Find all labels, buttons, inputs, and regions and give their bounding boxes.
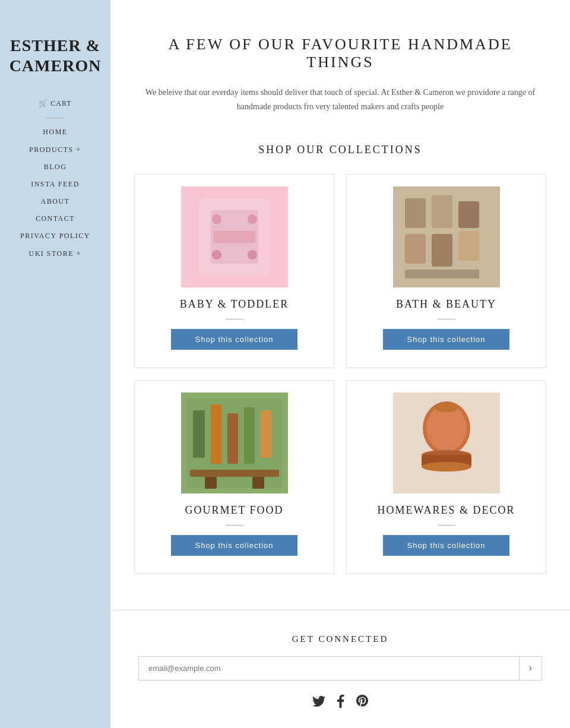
svg-rect-25 bbox=[252, 477, 264, 489]
svg-rect-7 bbox=[214, 231, 255, 243]
collection-image-bath-beauty bbox=[393, 186, 500, 287]
sidebar-item-label: ABOUT bbox=[41, 197, 70, 206]
sidebar: ESTHER & CAMERON 🛒 CART HOME PRODUCTS + … bbox=[0, 0, 110, 728]
svg-rect-20 bbox=[227, 413, 238, 464]
svg-rect-12 bbox=[405, 234, 426, 264]
cart-link[interactable]: 🛒 CART bbox=[39, 99, 71, 108]
sidebar-item-uki-store[interactable]: UKI STORE + bbox=[28, 249, 81, 258]
svg-rect-15 bbox=[405, 270, 479, 278]
collection-divider bbox=[438, 319, 455, 319]
svg-point-29 bbox=[435, 403, 458, 412]
twitter-link[interactable] bbox=[312, 695, 325, 711]
collection-name-gourmet-food: GOURMET FOOD bbox=[185, 504, 283, 517]
pinterest-icon bbox=[356, 695, 368, 708]
shop-collection-button-gourmet-food[interactable]: Shop this collection bbox=[171, 535, 297, 556]
sidebar-item-products[interactable]: PRODUCTS + bbox=[29, 145, 81, 154]
social-icons-group bbox=[134, 695, 546, 711]
hero-section: A FEW OF OUR FAVOURITE HANDMADE THINGS W… bbox=[110, 0, 570, 132]
get-connected-title: GET CONNECTED bbox=[134, 634, 546, 644]
collection-divider bbox=[226, 525, 243, 526]
svg-rect-14 bbox=[458, 231, 479, 261]
brand-title: ESTHER & CAMERON bbox=[0, 36, 110, 75]
email-input[interactable] bbox=[139, 657, 519, 680]
shop-collection-button-homewares-decor[interactable]: Shop this collection bbox=[383, 535, 509, 556]
svg-point-6 bbox=[248, 250, 257, 259]
sidebar-item-label: CONTACT bbox=[36, 214, 75, 223]
nav-divider bbox=[46, 118, 64, 118]
email-subscription-form: › bbox=[138, 656, 542, 680]
shop-collection-button-bath-beauty[interactable]: Shop this collection bbox=[383, 329, 509, 350]
sidebar-item-home[interactable]: HOME bbox=[43, 128, 67, 137]
sidebar-item-label: BLOG bbox=[44, 163, 67, 172]
svg-point-4 bbox=[248, 214, 257, 224]
svg-point-5 bbox=[212, 250, 221, 259]
collection-card-homewares-decor: HOMEWARES & DECOR Shop this collection bbox=[346, 380, 546, 574]
expand-icon: + bbox=[76, 145, 81, 154]
svg-rect-13 bbox=[432, 234, 452, 267]
sidebar-item-about[interactable]: ABOUT bbox=[41, 197, 70, 206]
collection-divider bbox=[438, 525, 455, 526]
twitter-icon bbox=[312, 696, 325, 707]
collection-name-bath-beauty: BATH & BEAUTY bbox=[396, 298, 496, 311]
collection-image-homewares-decor bbox=[393, 393, 500, 493]
svg-point-3 bbox=[212, 214, 221, 224]
svg-point-32 bbox=[422, 462, 471, 471]
collection-card-bath-beauty: BATH & BEAUTY Shop this collection bbox=[346, 174, 546, 368]
collection-card-gourmet-food: GOURMET FOOD Shop this collection bbox=[134, 380, 334, 574]
main-content: A FEW OF OUR FAVOURITE HANDMADE THINGS W… bbox=[110, 0, 570, 728]
sidebar-item-contact[interactable]: CONTACT bbox=[36, 214, 75, 223]
svg-rect-24 bbox=[205, 477, 217, 489]
svg-rect-18 bbox=[193, 410, 205, 458]
svg-rect-11 bbox=[458, 201, 479, 228]
pinterest-link[interactable] bbox=[356, 695, 368, 711]
email-submit-button[interactable]: › bbox=[519, 657, 542, 680]
svg-rect-21 bbox=[244, 407, 255, 464]
collection-card-baby-toddler: BABY & TODDLER Shop this collection bbox=[134, 174, 334, 368]
collection-image-baby-toddler bbox=[181, 186, 288, 287]
collection-divider bbox=[226, 319, 243, 319]
hero-description: We beleive that our everday items should… bbox=[134, 86, 546, 114]
sidebar-item-privacy-policy[interactable]: PRIVACY POLICY bbox=[20, 232, 90, 240]
hero-title: A FEW OF OUR FAVOURITE HANDMADE THINGS bbox=[134, 36, 546, 71]
facebook-icon bbox=[337, 695, 344, 708]
svg-rect-19 bbox=[211, 404, 221, 464]
shop-collection-button-baby-toddler[interactable]: Shop this collection bbox=[171, 329, 297, 350]
collection-image-gourmet-food bbox=[181, 393, 288, 493]
footer-section: GET CONNECTED › bbox=[110, 610, 570, 728]
facebook-link[interactable] bbox=[337, 695, 344, 711]
expand-icon: + bbox=[76, 249, 81, 258]
sidebar-item-label: PRODUCTS bbox=[29, 145, 74, 154]
collections-grid: BABY & TODDLER Shop this collection bbox=[134, 174, 546, 574]
sidebar-item-label: HOME bbox=[43, 128, 67, 137]
svg-rect-9 bbox=[405, 198, 426, 228]
svg-rect-10 bbox=[432, 195, 452, 228]
collections-section: SHOP OUR COLLECTIONS bbox=[110, 132, 570, 598]
sidebar-item-blog[interactable]: BLOG bbox=[44, 163, 67, 172]
collection-name-homewares-decor: HOMEWARES & DECOR bbox=[377, 504, 515, 517]
collection-name-baby-toddler: BABY & TODDLER bbox=[180, 298, 289, 311]
sidebar-item-label: UKI STORE bbox=[28, 249, 74, 258]
sidebar-item-insta-feed[interactable]: INSTA FEED bbox=[31, 180, 80, 189]
collections-title: SHOP OUR COLLECTIONS bbox=[134, 144, 546, 156]
sidebar-item-label: PRIVACY POLICY bbox=[20, 232, 90, 240]
svg-rect-22 bbox=[261, 410, 271, 458]
sidebar-item-label: INSTA FEED bbox=[31, 180, 80, 189]
svg-rect-23 bbox=[190, 470, 279, 477]
